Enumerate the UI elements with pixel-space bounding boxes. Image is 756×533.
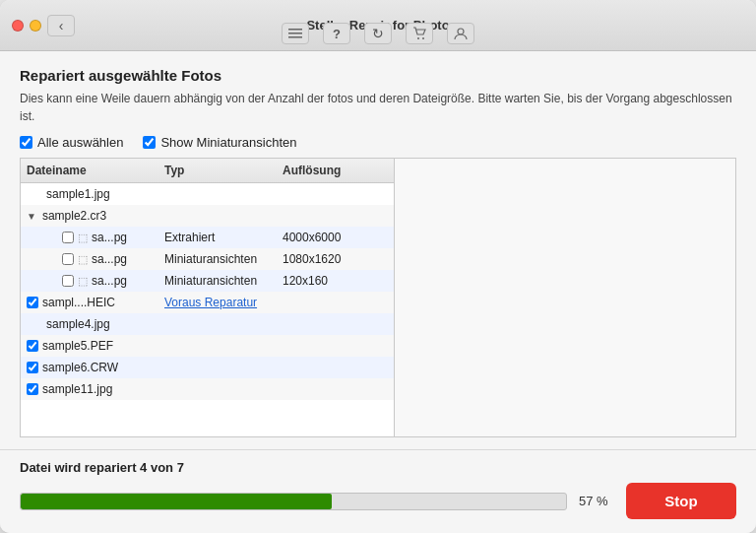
cell-filename: ⬚ sa...pg <box>27 231 164 244</box>
progress-percent: 57 % <box>579 494 614 508</box>
svg-rect-2 <box>288 36 302 38</box>
col-header-filename: Dateiname <box>27 162 164 179</box>
close-button[interactable] <box>12 20 24 32</box>
row-checkbox[interactable] <box>27 362 38 373</box>
table-row[interactable]: ⬚ sa...pg Miniaturansichten 1080x1620 <box>21 248 394 270</box>
file-icon: ⬚ <box>78 275 88 288</box>
svg-rect-0 <box>288 29 302 31</box>
table-row[interactable]: ⬚ sa...pg Extrahiert 4000x6000 <box>21 227 394 248</box>
table-row[interactable]: ▼ sample2.cr3 <box>21 205 394 227</box>
section-description: Dies kann eine Weile dauern abhängig von… <box>20 90 736 125</box>
table-row[interactable]: ⬚ sa...pg Miniaturansichten 120x160 <box>21 270 394 292</box>
preview-area <box>395 159 735 436</box>
cell-type: Extrahiert <box>164 231 283 244</box>
progress-track <box>20 493 567 510</box>
cell-resolution: 1080x1620 <box>283 252 381 266</box>
titlebar: ‹ Stellar Repair for Photo ? ↻ <box>0 0 756 51</box>
cell-filename: sample5.PEF <box>27 339 164 353</box>
list-icon-button[interactable] <box>282 23 309 44</box>
help-icon: ? <box>333 27 341 41</box>
section-title: Repariert ausgewählte Fotos <box>20 67 736 84</box>
filename-text: sample1.jpg <box>46 187 110 201</box>
cell-filename: sample6.CRW <box>27 361 164 374</box>
toolbar: ? ↻ <box>282 23 474 44</box>
cell-filename: ⬚ sa...pg <box>27 252 164 266</box>
help-icon-button[interactable]: ? <box>323 23 350 44</box>
cell-filename: sample4.jpg <box>27 317 164 331</box>
row-checkbox[interactable] <box>62 253 74 265</box>
show-thumbnails-checkbox-label[interactable]: Show Miniaturansichten <box>143 135 296 150</box>
cell-resolution: 120x160 <box>283 274 381 288</box>
table-row[interactable]: sampl....HEIC Voraus Reparatur <box>21 292 394 313</box>
svg-point-5 <box>458 29 464 34</box>
cell-filename: sample1.jpg <box>27 187 164 201</box>
stop-button[interactable]: Stop <box>626 483 736 519</box>
svg-point-4 <box>422 37 424 39</box>
table-row[interactable]: sample11.jpg <box>21 378 394 400</box>
table-container: Dateiname Typ Auflösung sample1.jpg <box>20 158 736 437</box>
refresh-icon: ↻ <box>372 26 384 41</box>
table-body: sample1.jpg ▼ sample2.cr3 <box>21 183 394 400</box>
filename-text: sampl....HEIC <box>42 296 115 309</box>
filename-text: sample5.PEF <box>42 339 113 353</box>
filename-text: sample4.jpg <box>46 317 110 331</box>
back-button[interactable]: ‹ <box>47 15 75 36</box>
table-header: Dateiname Typ Auflösung <box>21 159 394 183</box>
cell-type: Miniaturansichten <box>164 274 283 288</box>
file-icon: ⬚ <box>78 253 88 266</box>
main-window: ‹ Stellar Repair for Photo ? ↻ Repariert… <box>0 0 756 533</box>
show-thumbnails-checkbox[interactable] <box>143 136 156 149</box>
table-row[interactable]: sample5.PEF <box>21 335 394 357</box>
refresh-icon-button[interactable]: ↻ <box>364 23 392 44</box>
filename-text: sa...pg <box>92 274 127 288</box>
filename-text: sample6.CRW <box>42 361 118 374</box>
user-icon-button[interactable] <box>447 23 474 44</box>
show-thumbnails-label: Show Miniaturansichten <box>160 135 296 150</box>
col-header-type: Typ <box>164 162 283 179</box>
cell-filename: sample11.jpg <box>27 382 164 396</box>
cell-filename: ⬚ sa...pg <box>27 274 164 288</box>
col-header-resolution: Auflösung <box>283 162 381 179</box>
minimize-button[interactable] <box>30 20 41 32</box>
select-all-checkbox-label[interactable]: Alle auswählen <box>20 135 123 150</box>
cell-type: Miniaturansichten <box>164 252 283 266</box>
progress-row: 57 % Stop <box>20 483 736 519</box>
filename-text: sa...pg <box>92 252 127 266</box>
checkboxes-row: Alle auswählen Show Miniaturansichten <box>20 135 736 150</box>
row-checkbox[interactable] <box>62 275 74 287</box>
table-row[interactable]: sample1.jpg <box>21 183 394 205</box>
row-checkbox[interactable] <box>62 232 74 243</box>
progress-fill <box>21 494 332 509</box>
svg-rect-1 <box>288 33 302 34</box>
cell-filename: ▼ sample2.cr3 <box>27 209 164 223</box>
row-checkbox[interactable] <box>27 297 38 308</box>
expand-arrow-icon: ▼ <box>27 211 36 222</box>
filename-text: sa...pg <box>92 231 127 244</box>
content-area: Repariert ausgewählte Fotos Dies kann ei… <box>0 51 756 449</box>
row-checkbox[interactable] <box>27 383 38 395</box>
cell-resolution: 4000x6000 <box>283 231 381 244</box>
svg-point-3 <box>417 37 419 39</box>
cell-filename: sampl....HEIC <box>27 296 164 309</box>
filename-text: sample2.cr3 <box>42 209 106 223</box>
file-table: Dateiname Typ Auflösung sample1.jpg <box>21 159 395 436</box>
select-all-checkbox[interactable] <box>20 136 32 149</box>
file-icon: ⬚ <box>78 232 88 244</box>
cell-type-link[interactable]: Voraus Reparatur <box>164 296 283 309</box>
filename-text: sample11.jpg <box>42 382 112 396</box>
table-row[interactable]: sample6.CRW <box>21 357 394 378</box>
table-row[interactable]: sample4.jpg <box>21 313 394 335</box>
progress-label: Datei wird repariert 4 von 7 <box>20 460 736 475</box>
cart-icon-button[interactable] <box>406 23 433 44</box>
bottom-bar: Datei wird repariert 4 von 7 57 % Stop <box>0 449 756 533</box>
row-checkbox[interactable] <box>27 340 38 352</box>
select-all-label: Alle auswählen <box>37 135 123 150</box>
